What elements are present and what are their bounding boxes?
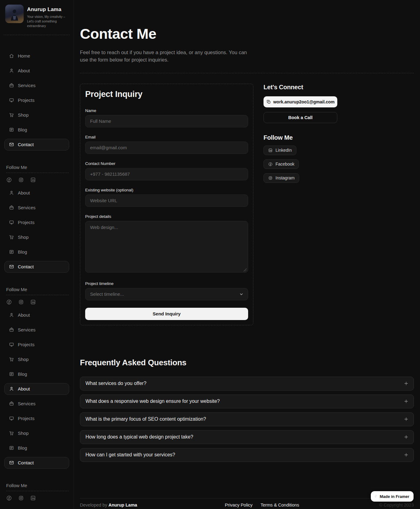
sidebar-item-label: Projects <box>18 220 34 225</box>
sidebar-item-label: About <box>18 386 30 391</box>
blog-icon <box>9 445 14 451</box>
sidebar-item-services[interactable]: Services <box>0 396 73 411</box>
faq-item[interactable]: What is the primary focus of SEO content… <box>80 412 414 426</box>
project-details-textarea[interactable] <box>85 221 248 273</box>
sidebar-item-shop[interactable]: Shop <box>0 352 73 367</box>
sidebar-item-blog[interactable]: Blog <box>0 367 73 382</box>
sidebar-item-projects[interactable]: Projects <box>0 411 73 426</box>
instagram-label: Instagram <box>275 175 295 180</box>
faq-question: What services do you offer? <box>85 381 146 386</box>
sidebar-item-label: Projects <box>18 416 34 421</box>
sidebar-item-blog[interactable]: Blog <box>0 245 73 259</box>
mail-icon <box>9 142 14 147</box>
sidebar-follow-section: Follow Me <box>6 165 69 183</box>
timeline-selected-value: Select timeline... <box>90 291 124 297</box>
sidebar-divider <box>4 35 70 35</box>
facebook-icon <box>6 299 12 305</box>
sidebar-item-projects[interactable]: Projects <box>0 93 73 108</box>
sidebar-item-projects[interactable]: Projects <box>0 215 73 230</box>
framer-icon <box>374 494 378 499</box>
cart-icon <box>9 112 14 118</box>
book-a-call-button[interactable]: Book a Call <box>263 112 337 123</box>
project-timeline-select[interactable]: Select timeline... <box>85 288 248 300</box>
sidebar-item-contact[interactable]: Contact <box>4 457 69 469</box>
sidebar-item-label: Services <box>18 83 36 88</box>
sidebar-item-about[interactable]: About <box>0 308 73 323</box>
copy-email-button[interactable]: work.anurup2oo1@gmail.com <box>263 96 337 107</box>
facebook-icon <box>268 162 273 166</box>
facebook-button[interactable]: Facebook <box>263 159 299 169</box>
blog-icon <box>9 249 14 254</box>
sidebar-item-blog[interactable]: Blog <box>0 122 73 137</box>
instagram-icon <box>18 495 24 501</box>
instagram-link[interactable] <box>18 495 24 501</box>
facebook-link[interactable] <box>6 299 12 305</box>
sidebar-item-shop[interactable]: Shop <box>0 108 73 122</box>
sidebar-item-shop[interactable]: Shop <box>0 230 73 245</box>
sidebar-item-contact[interactable]: Contact <box>4 139 69 150</box>
page-title: Contact Me <box>80 25 414 42</box>
sidebar-item-contact[interactable]: Contact <box>4 261 69 273</box>
mail-icon <box>9 460 14 465</box>
plus-icon[interactable] <box>403 434 409 440</box>
privacy-policy-link[interactable]: Privacy Policy <box>225 503 252 507</box>
linkedin-link[interactable] <box>30 177 36 183</box>
section-divider <box>80 73 414 73</box>
sidebar-item-projects[interactable]: Projects <box>0 337 73 352</box>
faq-item[interactable]: What does a responsive web design ensure… <box>80 395 414 408</box>
sidebar-item-label: Shop <box>18 431 29 436</box>
sidebar-item-about[interactable]: About <box>4 383 69 395</box>
user-icon <box>9 68 14 73</box>
instagram-link[interactable] <box>18 299 24 305</box>
plus-icon[interactable] <box>403 416 409 422</box>
page-subtitle: Feel free to reach out if you have a pro… <box>80 49 251 64</box>
linkedin-button[interactable]: LinkedIn <box>263 146 296 155</box>
plus-icon[interactable] <box>403 381 409 386</box>
linkedin-link[interactable] <box>30 299 36 305</box>
sidebar-item-home[interactable]: Home <box>0 49 73 63</box>
instagram-icon <box>18 299 24 305</box>
plus-icon[interactable] <box>403 452 409 458</box>
sidebar-item-label: Home <box>18 53 30 58</box>
sidebar-item-blog[interactable]: Blog <box>0 441 73 455</box>
faq-item[interactable]: How long does a typical web design proje… <box>80 430 414 444</box>
user-icon <box>9 312 14 318</box>
plus-icon[interactable] <box>403 399 409 404</box>
copy-icon <box>266 99 271 104</box>
sidebar-follow-section: Follow Me <box>6 483 69 501</box>
project-timeline-label: Project timeline <box>85 281 248 286</box>
website-input[interactable] <box>85 194 248 207</box>
sidebar-item-services[interactable]: Services <box>0 78 73 93</box>
instagram-link[interactable] <box>18 177 24 183</box>
contact-number-input[interactable] <box>85 168 248 180</box>
sidebar-item-services[interactable]: Services <box>0 200 73 215</box>
project-inquiry-form: Project Inquiry Name Email Contact Numbe… <box>80 84 253 325</box>
instagram-button[interactable]: Instagram <box>263 173 299 183</box>
sidebar-nav-group: About Services Projects Shop Blog About … <box>0 308 73 469</box>
send-inquiry-button[interactable]: Send Inquiry <box>85 308 248 320</box>
made-in-framer-badge[interactable]: Made in Framer <box>371 491 414 502</box>
facebook-link[interactable] <box>6 177 12 183</box>
developed-by: Developed byAnurup Lama <box>80 503 137 507</box>
faq-item[interactable]: What services do you offer? <box>80 377 414 391</box>
linkedin-link[interactable] <box>30 495 36 501</box>
faq-item[interactable]: How can I get started with your services… <box>80 448 414 462</box>
profile-card[interactable]: Anurup Lama Your vision, My creativity –… <box>0 0 73 29</box>
sidebar-item-about[interactable]: About <box>0 63 73 78</box>
email-input[interactable] <box>85 142 248 154</box>
sidebar-item-label: Shop <box>18 112 29 118</box>
faq-section: Frequently Asked Questions What services… <box>80 358 414 462</box>
follow-me-title: Follow Me <box>263 134 337 141</box>
sidebar-item-label: Shop <box>18 357 29 362</box>
facebook-link[interactable] <box>6 495 12 501</box>
terms-link[interactable]: Terms & Conditions <box>260 503 299 507</box>
sidebar-item-about[interactable]: About <box>0 186 73 200</box>
name-input[interactable] <box>85 115 248 127</box>
sidebar-item-shop[interactable]: Shop <box>0 426 73 441</box>
monitor-icon <box>9 416 14 421</box>
instagram-icon <box>268 176 273 180</box>
resize-grip[interactable] <box>244 268 247 271</box>
facebook-icon <box>6 177 12 183</box>
sidebar-item-services[interactable]: Services <box>0 323 73 337</box>
form-title: Project Inquiry <box>85 90 248 99</box>
